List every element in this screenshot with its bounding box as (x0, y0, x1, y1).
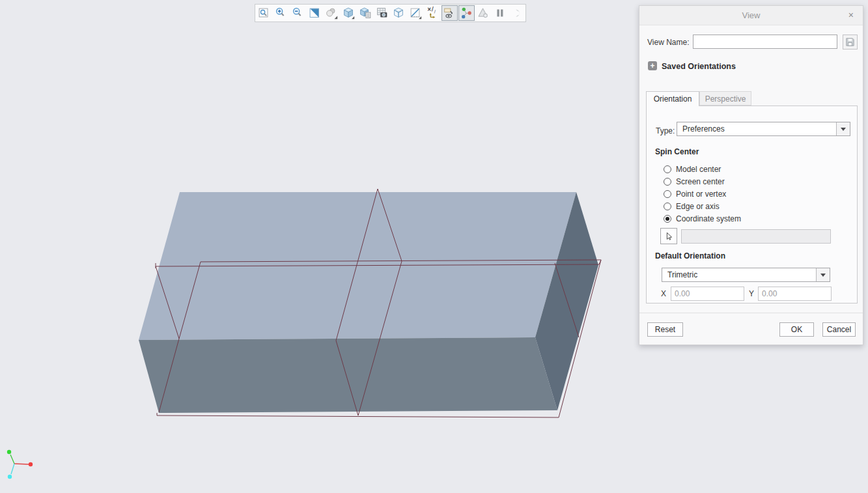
annotation-display-icon[interactable] (441, 5, 458, 21)
svg-text:×/: ×/ (427, 6, 434, 12)
chevron-down-icon[interactable] (816, 268, 830, 281)
select-csys-button[interactable] (660, 228, 677, 244)
orientation-panel: Type: Preferences Spin Center Model cent… (646, 106, 858, 303)
cursor-icon (664, 232, 673, 241)
tab-perspective[interactable]: Perspective (699, 91, 751, 106)
x-input[interactable] (671, 287, 744, 301)
image-capture-icon[interactable] (374, 5, 391, 21)
resume-icon (509, 5, 525, 21)
radio-edge-or-axis[interactable] (664, 203, 671, 210)
zoom-out-icon[interactable] (289, 5, 306, 21)
spin-center-icon[interactable] (458, 5, 475, 21)
box-front-face (139, 337, 557, 413)
type-value: Preferences (682, 124, 725, 134)
radio-edge-or-axis-label[interactable]: Edge or axis (676, 202, 720, 211)
view-name-input[interactable] (693, 35, 837, 49)
refit-icon[interactable] (306, 5, 323, 21)
svg-text:/: / (434, 9, 436, 14)
radio-screen-center-label[interactable]: Screen center (676, 177, 725, 186)
pause-icon[interactable] (492, 5, 509, 21)
close-icon[interactable]: × (848, 10, 854, 20)
y-label: Y (749, 289, 754, 298)
cancel-button[interactable]: Cancel (822, 322, 856, 337)
dialog-title: View (639, 10, 863, 20)
chevron-down-icon[interactable] (836, 122, 850, 135)
default-orientation-dropdown[interactable]: Trimetric (662, 268, 830, 282)
datum-display-filters-icon[interactable]: ×/ / (424, 5, 441, 21)
zoom-region-icon[interactable] (255, 5, 272, 21)
triad-x-dot (29, 462, 33, 466)
radio-coordinate-system-label[interactable]: Coordinate system (676, 214, 741, 223)
geometry-check-icon (475, 5, 492, 21)
save-icon (845, 37, 855, 47)
radio-model-center[interactable] (664, 165, 671, 173)
x-label: X (661, 289, 666, 298)
save-view-button[interactable] (843, 35, 858, 49)
radio-point-or-vertex[interactable] (664, 190, 671, 198)
radio-screen-center[interactable] (664, 178, 671, 186)
coordinate-triad (7, 450, 33, 479)
y-input[interactable] (758, 287, 832, 301)
reset-button[interactable]: Reset (647, 322, 683, 337)
footer-divider (639, 313, 863, 313)
display-style-shaded-icon[interactable] (340, 5, 357, 21)
display-style-wireframe-icon[interactable] (391, 5, 408, 21)
triad-y-dot (7, 450, 11, 454)
saved-views-list-icon[interactable] (357, 5, 374, 21)
expand-saved-orientations-icon[interactable]: + (648, 61, 657, 70)
default-orientation-header: Default Orientation (655, 251, 725, 261)
view-dialog: View × View Name: + Saved Orientations O… (639, 5, 863, 345)
spin-center-header: Spin Center (655, 147, 699, 156)
view-toolbar: ×/ / (255, 4, 526, 22)
radio-point-or-vertex-label[interactable]: Point or vertex (676, 190, 726, 199)
plane-display-icon[interactable] (407, 5, 424, 21)
tab-orientation[interactable]: Orientation (646, 91, 699, 106)
type-dropdown[interactable]: Preferences (677, 122, 850, 136)
view-name-label: View Name: (647, 38, 689, 47)
zoom-in-icon[interactable] (272, 5, 289, 21)
triad-z-dot (8, 475, 12, 479)
ok-button[interactable]: OK (779, 322, 814, 337)
dialog-title-bar[interactable]: View × (639, 6, 863, 25)
default-orientation-value: Trimetric (667, 270, 697, 279)
shading-style-icon[interactable] (323, 5, 340, 21)
saved-orientations-label[interactable]: Saved Orientations (662, 62, 736, 71)
type-label: Type: (656, 126, 675, 135)
csys-field (681, 229, 831, 244)
radio-coordinate-system[interactable] (664, 215, 671, 223)
radio-model-center-label[interactable]: Model center (676, 165, 721, 174)
